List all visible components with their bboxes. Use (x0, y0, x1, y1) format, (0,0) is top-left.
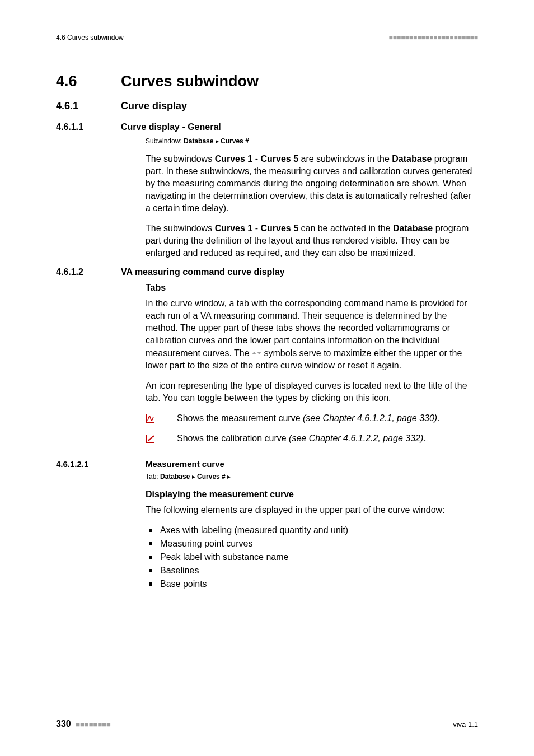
heading-number: 4.6.1.1 (56, 122, 121, 132)
running-header-left: 4.6 Curves subwindow (56, 34, 124, 41)
paragraph: The following elements are displayed in … (146, 504, 478, 516)
paragraph: The subwindows Curves 1 - Curves 5 can b… (146, 222, 478, 259)
icon-description-row: Shows the calibration curve (see Chapter… (146, 432, 478, 447)
heading-text: Measurement curve (146, 459, 224, 469)
breadcrumb: Tab: Database ▸ Curves # ▸ (146, 472, 478, 482)
heading-number: 4.6 (56, 73, 121, 90)
heading-4-6-1-2: 4.6.1.2 VA measuring command curve displ… (56, 267, 478, 277)
breadcrumb-sep: ▸ (213, 137, 221, 145)
list-item: Axes with labeling (measured quantity an… (146, 524, 478, 536)
breadcrumb-sep: ▸ (190, 473, 197, 480)
breadcrumb-part: Curves # (221, 137, 249, 145)
breadcrumb-part: Curves # (197, 473, 226, 480)
breadcrumb-part: Database (184, 137, 213, 145)
heading-4-6-1-1: 4.6.1.1 Curve display - General (56, 122, 478, 132)
bullet-list: Axes with labeling (measured quantity an… (146, 524, 478, 590)
doc-version: viva 1.1 (453, 720, 478, 729)
running-header: 4.6 Curves subwindow ■■■■■■■■■■■■■■■■■■■… (56, 34, 478, 41)
calibration-curve-icon (146, 432, 177, 447)
icon-description: Shows the calibration curve (see Chapter… (177, 432, 478, 447)
list-item: Peak label with substance name (146, 551, 478, 563)
breadcrumb-sep: ▸ (226, 473, 231, 480)
paragraph: The subwindows Curves 1 - Curves 5 are s… (146, 153, 478, 214)
breadcrumb-part: Database (160, 473, 190, 480)
heading-number: 4.6.1.2 (56, 267, 121, 277)
breadcrumb: Subwindow: Database ▸ Curves # (146, 137, 478, 146)
heading-text: Curve display - General (121, 122, 221, 132)
svg-point-3 (152, 436, 154, 437)
running-header-dashes: ■■■■■■■■■■■■■■■■■■■■■■ (389, 34, 478, 41)
icon-description-row: Shows the measurement curve (see Chapter… (146, 412, 478, 427)
heading-text: Curve display (121, 100, 187, 112)
paragraph: An icon representing the type of display… (146, 380, 478, 404)
heading-text: Curves subwindow (121, 73, 259, 90)
list-item: Measuring point curves (146, 538, 478, 550)
heading-4-6-1-2-1: 4.6.1.2.1 Measurement curve (56, 459, 478, 469)
footer-dashes: ■■■■■■■■ (76, 720, 111, 729)
list-item: Base points (146, 578, 478, 590)
heading-text: VA measuring command curve display (121, 267, 285, 277)
page-number: 330 ■■■■■■■■ (56, 719, 111, 729)
breadcrumb-label: Subwindow: (146, 137, 184, 145)
heading-4-6: 4.6 Curves subwindow (56, 73, 478, 90)
svg-point-2 (151, 437, 152, 439)
heading-number: 4.6.1.2.1 (56, 459, 146, 469)
paragraph: In the curve window, a tab with the corr… (146, 297, 478, 371)
measurement-curve-icon (146, 412, 177, 427)
heading-4-6-1: 4.6.1 Curve display (56, 100, 478, 112)
expand-collapse-icon (252, 352, 261, 354)
svg-point-1 (148, 440, 150, 441)
icon-description: Shows the measurement curve (see Chapter… (177, 412, 478, 427)
list-item: Baselines (146, 564, 478, 577)
tabs-heading: Tabs (146, 282, 478, 294)
display-heading: Displaying the measurement curve (146, 488, 478, 501)
breadcrumb-label: Tab: (146, 473, 160, 480)
page-footer: 330 ■■■■■■■■ viva 1.1 (56, 719, 478, 729)
heading-number: 4.6.1 (56, 100, 121, 112)
